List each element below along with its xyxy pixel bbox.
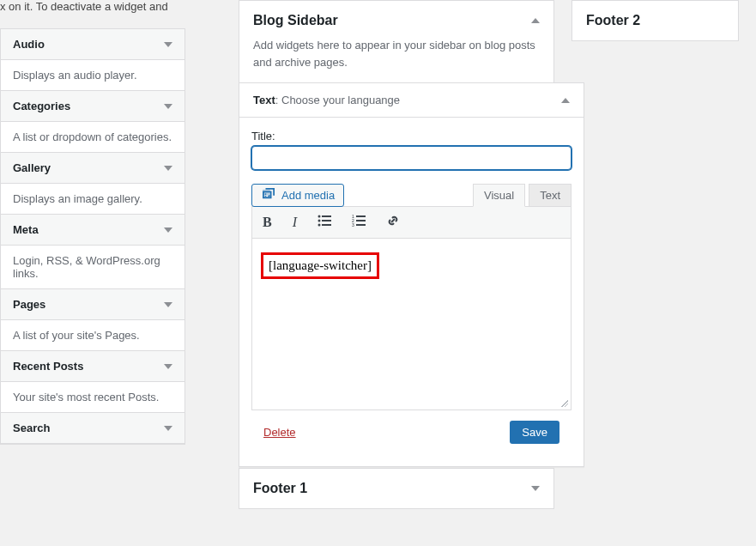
widget-title: Gallery	[13, 161, 51, 174]
panel-description: x on it. To deactivate a widget and	[0, 0, 185, 28]
widget-desc: A list of your site's Pages.	[1, 320, 184, 350]
widget-open-toggle[interactable]: Text: Choose your languange	[239, 83, 584, 118]
tab-visual[interactable]: Visual	[473, 184, 525, 207]
chevron-down-icon	[164, 228, 172, 233]
editor-toolbar: B I 123	[251, 206, 572, 239]
svg-point-0	[265, 193, 267, 195]
svg-rect-8	[356, 215, 366, 217]
widget-desc: Login, RSS, & WordPress.org links.	[1, 246, 184, 288]
footer2-title: Footer 2	[586, 13, 640, 28]
widget-meta[interactable]: Meta Login, RSS, & WordPress.org links.	[0, 214, 185, 289]
chevron-down-icon	[531, 486, 540, 491]
sidebar-area-blog: Blog Sidebar Add widgets here to appear …	[239, 0, 554, 451]
footer2-toggle[interactable]: Footer 2	[572, 1, 738, 40]
chevron-down-icon	[164, 302, 172, 307]
widget-categories[interactable]: Categories A list or dropdown of categor…	[0, 90, 185, 153]
sidebar-area-footer1: Footer 1	[239, 468, 554, 509]
sidebar-area-title: Blog Sidebar	[253, 13, 338, 28]
footer1-title: Footer 1	[253, 481, 307, 496]
widget-search[interactable]: Search	[0, 412, 185, 445]
bold-button[interactable]: B	[259, 212, 275, 233]
svg-rect-10	[356, 220, 366, 221]
widget-open-name: Choose your languange	[281, 94, 400, 106]
add-media-button[interactable]: Add media	[251, 184, 344, 207]
svg-rect-6	[322, 224, 331, 226]
available-widgets-panel: x on it. To deactivate a widget and Audi…	[0, 0, 185, 546]
widget-desc: A list or dropdown of categories.	[1, 122, 184, 152]
svg-rect-4	[322, 220, 331, 221]
widget-pages[interactable]: Pages A list of your site's Pages.	[0, 288, 185, 351]
unordered-list-button[interactable]	[314, 212, 335, 233]
widget-title: Categories	[13, 100, 70, 112]
sidebar-area-toggle[interactable]: Blog Sidebar	[239, 1, 553, 37]
widget-title: Recent Posts	[13, 360, 83, 373]
numbered-list-icon: 123	[352, 215, 366, 227]
svg-point-3	[318, 220, 321, 222]
title-input[interactable]	[251, 146, 572, 170]
chevron-up-icon	[531, 18, 540, 23]
chevron-down-icon	[164, 364, 172, 369]
media-icon	[261, 188, 276, 203]
widget-desc: Displays an image gallery.	[1, 184, 184, 214]
link-icon	[386, 214, 400, 228]
ordered-list-button[interactable]: 123	[348, 212, 369, 233]
widget-title: Pages	[13, 298, 45, 311]
widget-type-label: Text	[253, 94, 275, 106]
chevron-up-icon	[561, 98, 570, 103]
sidebar-area-footer2: Footer 2	[572, 0, 739, 41]
widget-title: Search	[13, 422, 50, 434]
widget-title: Audio	[13, 38, 45, 51]
svg-point-1	[318, 215, 321, 218]
save-button[interactable]: Save	[510, 421, 559, 444]
sidebar-area-desc: Add widgets here to appear in your sideb…	[239, 37, 553, 82]
widget-desc: Displays an audio player.	[1, 60, 184, 90]
bullet-list-icon	[318, 215, 331, 227]
chevron-down-icon	[164, 166, 172, 171]
svg-rect-12	[356, 224, 366, 226]
delete-link[interactable]: Delete	[263, 426, 296, 439]
editor-shortcode-text: [language-switcher]	[261, 252, 379, 279]
widget-gallery[interactable]: Gallery Displays an image gallery.	[0, 152, 185, 215]
widget-recent-posts[interactable]: Recent Posts Your site's most recent Pos…	[0, 350, 185, 413]
chevron-down-icon	[164, 104, 172, 109]
widget-text-open: Text: Choose your languange Title:	[239, 82, 584, 467]
resize-handle[interactable]	[559, 398, 570, 409]
chevron-down-icon	[164, 426, 172, 431]
tab-text[interactable]: Text	[529, 184, 572, 207]
link-button[interactable]	[383, 212, 403, 233]
svg-rect-2	[322, 215, 331, 217]
widget-audio[interactable]: Audio Displays an audio player.	[0, 28, 185, 91]
add-media-label: Add media	[281, 189, 335, 202]
title-field-label: Title:	[251, 130, 572, 143]
widget-title: Meta	[13, 223, 39, 236]
chevron-down-icon	[164, 42, 172, 47]
italic-button[interactable]: I	[289, 212, 300, 233]
svg-point-5	[318, 224, 321, 227]
widget-desc: Your site's most recent Posts.	[1, 382, 184, 412]
footer1-toggle[interactable]: Footer 1	[239, 469, 553, 508]
editor-content-area[interactable]: [language-switcher]	[251, 239, 572, 410]
svg-text:3: 3	[352, 222, 354, 227]
